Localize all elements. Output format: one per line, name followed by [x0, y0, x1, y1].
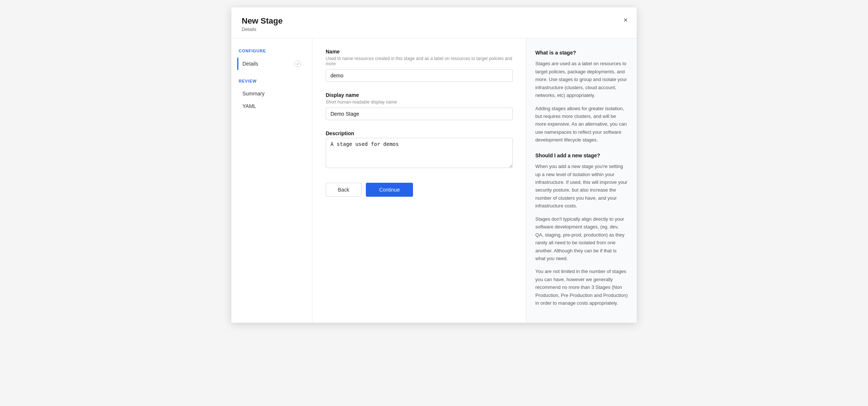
- name-field-group: Name Used to name resources created in t…: [326, 49, 513, 82]
- review-section-label: REVIEW: [239, 79, 305, 83]
- modal-header: New Stage Details ×: [231, 7, 637, 38]
- display-name-description: Short human-readable display name: [326, 99, 513, 105]
- new-stage-modal: New Stage Details × CONFIGURE Details ✓ …: [231, 7, 637, 323]
- sidebar: CONFIGURE Details ✓ REVIEW Summary YAML: [231, 38, 312, 323]
- modal-body: CONFIGURE Details ✓ REVIEW Summary YAML …: [231, 38, 637, 323]
- main-form: Name Used to name resources created in t…: [312, 38, 526, 323]
- help-section2: Should I add a new stage? When you add a…: [535, 151, 628, 307]
- description-label: Description: [326, 130, 513, 136]
- display-name-label: Display name: [326, 92, 513, 98]
- help-section2-para3: You are not limited in the number of sta…: [535, 267, 628, 307]
- help-section1-heading: What is a stage?: [535, 49, 628, 57]
- details-check-icon: ✓: [294, 60, 301, 67]
- name-label: Name: [326, 49, 513, 55]
- back-button[interactable]: Back: [326, 183, 361, 197]
- name-input[interactable]: [326, 69, 513, 82]
- continue-button[interactable]: Continue: [366, 183, 413, 197]
- help-section1-para2: Adding stages allows for greater isolati…: [535, 105, 628, 144]
- configure-section-label: CONFIGURE: [239, 49, 305, 53]
- help-panel: What is a stage? Stages are used as a la…: [526, 38, 637, 323]
- sidebar-item-summary-label: Summary: [242, 91, 265, 97]
- name-description: Used to name resources created in this s…: [326, 56, 513, 66]
- close-button[interactable]: ×: [622, 15, 629, 25]
- help-section1-para1: Stages are used as a label on resources …: [535, 60, 628, 99]
- modal-subtitle: Details: [242, 27, 626, 32]
- help-section2-para2: Stages don't typically align directly to…: [535, 215, 628, 263]
- button-row: Back Continue: [326, 183, 513, 197]
- sidebar-item-yaml-label: YAML: [242, 103, 256, 109]
- description-textarea[interactable]: [326, 138, 513, 168]
- description-field-group: Description: [326, 130, 513, 169]
- sidebar-item-yaml[interactable]: YAML: [239, 100, 305, 112]
- help-section2-heading: Should I add a new stage?: [535, 151, 628, 160]
- modal-title: New Stage: [242, 16, 626, 26]
- display-name-input[interactable]: [326, 108, 513, 120]
- help-section2-para1: When you add a new stage you're setting …: [535, 162, 628, 210]
- sidebar-item-details-label: Details: [242, 61, 258, 67]
- sidebar-item-summary[interactable]: Summary: [239, 88, 305, 99]
- display-name-field-group: Display name Short human-readable displa…: [326, 92, 513, 120]
- sidebar-item-details[interactable]: Details ✓: [239, 57, 305, 70]
